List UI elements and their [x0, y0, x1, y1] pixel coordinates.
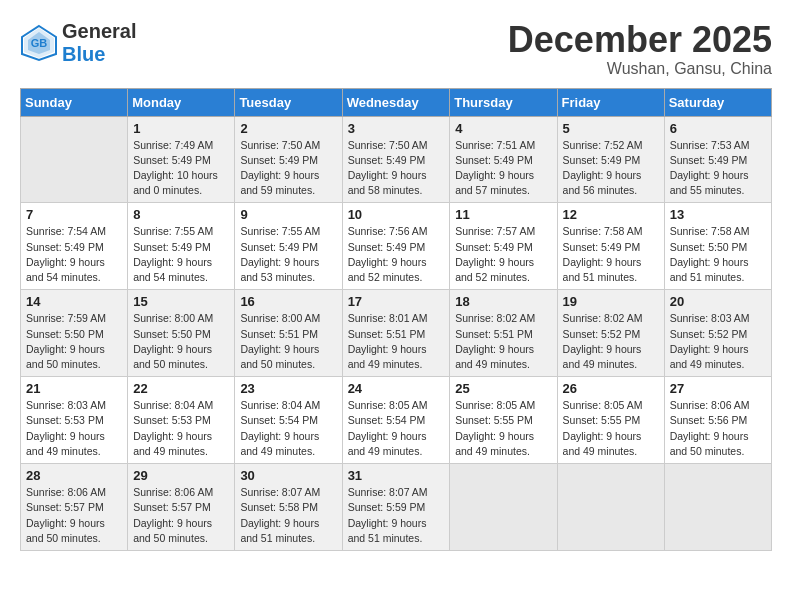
day-number: 4 [455, 121, 551, 136]
logo-blue: Blue [62, 43, 136, 66]
calendar-cell: 11Sunrise: 7:57 AMSunset: 5:49 PMDayligh… [450, 203, 557, 290]
day-info: Sunrise: 8:03 AMSunset: 5:52 PMDaylight:… [670, 311, 766, 372]
day-number: 7 [26, 207, 122, 222]
day-number: 16 [240, 294, 336, 309]
title-block: December 2025 Wushan, Gansu, China [508, 20, 772, 78]
calendar-cell: 9Sunrise: 7:55 AMSunset: 5:49 PMDaylight… [235, 203, 342, 290]
day-info: Sunrise: 7:53 AMSunset: 5:49 PMDaylight:… [670, 138, 766, 199]
day-number: 19 [563, 294, 659, 309]
day-info: Sunrise: 8:00 AMSunset: 5:50 PMDaylight:… [133, 311, 229, 372]
day-number: 9 [240, 207, 336, 222]
day-info: Sunrise: 8:05 AMSunset: 5:55 PMDaylight:… [563, 398, 659, 459]
day-info: Sunrise: 7:50 AMSunset: 5:49 PMDaylight:… [348, 138, 445, 199]
day-number: 18 [455, 294, 551, 309]
calendar-week-row: 28Sunrise: 8:06 AMSunset: 5:57 PMDayligh… [21, 464, 772, 551]
calendar-cell: 19Sunrise: 8:02 AMSunset: 5:52 PMDayligh… [557, 290, 664, 377]
calendar-cell: 6Sunrise: 7:53 AMSunset: 5:49 PMDaylight… [664, 116, 771, 203]
day-info: Sunrise: 7:58 AMSunset: 5:49 PMDaylight:… [563, 224, 659, 285]
day-info: Sunrise: 8:04 AMSunset: 5:53 PMDaylight:… [133, 398, 229, 459]
day-info: Sunrise: 7:49 AMSunset: 5:49 PMDaylight:… [133, 138, 229, 199]
day-number: 6 [670, 121, 766, 136]
day-info: Sunrise: 7:57 AMSunset: 5:49 PMDaylight:… [455, 224, 551, 285]
day-number: 17 [348, 294, 445, 309]
day-info: Sunrise: 8:06 AMSunset: 5:57 PMDaylight:… [133, 485, 229, 546]
day-number: 14 [26, 294, 122, 309]
calendar-cell: 17Sunrise: 8:01 AMSunset: 5:51 PMDayligh… [342, 290, 450, 377]
day-info: Sunrise: 7:51 AMSunset: 5:49 PMDaylight:… [455, 138, 551, 199]
day-number: 23 [240, 381, 336, 396]
day-info: Sunrise: 8:07 AMSunset: 5:58 PMDaylight:… [240, 485, 336, 546]
calendar-header-row: SundayMondayTuesdayWednesdayThursdayFrid… [21, 88, 772, 116]
calendar-cell: 7Sunrise: 7:54 AMSunset: 5:49 PMDaylight… [21, 203, 128, 290]
calendar-cell: 22Sunrise: 8:04 AMSunset: 5:53 PMDayligh… [128, 377, 235, 464]
day-info: Sunrise: 8:02 AMSunset: 5:51 PMDaylight:… [455, 311, 551, 372]
day-info: Sunrise: 7:55 AMSunset: 5:49 PMDaylight:… [133, 224, 229, 285]
day-info: Sunrise: 7:59 AMSunset: 5:50 PMDaylight:… [26, 311, 122, 372]
calendar-cell: 3Sunrise: 7:50 AMSunset: 5:49 PMDaylight… [342, 116, 450, 203]
calendar-cell: 4Sunrise: 7:51 AMSunset: 5:49 PMDaylight… [450, 116, 557, 203]
day-number: 20 [670, 294, 766, 309]
month-title: December 2025 [508, 20, 772, 60]
day-info: Sunrise: 7:50 AMSunset: 5:49 PMDaylight:… [240, 138, 336, 199]
calendar-cell: 21Sunrise: 8:03 AMSunset: 5:53 PMDayligh… [21, 377, 128, 464]
calendar-cell [664, 464, 771, 551]
calendar-cell: 29Sunrise: 8:06 AMSunset: 5:57 PMDayligh… [128, 464, 235, 551]
calendar-cell: 13Sunrise: 7:58 AMSunset: 5:50 PMDayligh… [664, 203, 771, 290]
calendar-cell: 2Sunrise: 7:50 AMSunset: 5:49 PMDaylight… [235, 116, 342, 203]
calendar-week-row: 1Sunrise: 7:49 AMSunset: 5:49 PMDaylight… [21, 116, 772, 203]
calendar-cell: 20Sunrise: 8:03 AMSunset: 5:52 PMDayligh… [664, 290, 771, 377]
calendar-table: SundayMondayTuesdayWednesdayThursdayFrid… [20, 88, 772, 551]
calendar-cell: 31Sunrise: 8:07 AMSunset: 5:59 PMDayligh… [342, 464, 450, 551]
calendar-week-row: 21Sunrise: 8:03 AMSunset: 5:53 PMDayligh… [21, 377, 772, 464]
day-number: 8 [133, 207, 229, 222]
day-number: 27 [670, 381, 766, 396]
day-info: Sunrise: 8:06 AMSunset: 5:56 PMDaylight:… [670, 398, 766, 459]
day-number: 22 [133, 381, 229, 396]
day-info: Sunrise: 8:04 AMSunset: 5:54 PMDaylight:… [240, 398, 336, 459]
calendar-cell [21, 116, 128, 203]
day-header-saturday: Saturday [664, 88, 771, 116]
day-header-thursday: Thursday [450, 88, 557, 116]
day-info: Sunrise: 8:05 AMSunset: 5:55 PMDaylight:… [455, 398, 551, 459]
day-header-wednesday: Wednesday [342, 88, 450, 116]
calendar-cell: 23Sunrise: 8:04 AMSunset: 5:54 PMDayligh… [235, 377, 342, 464]
calendar-cell: 16Sunrise: 8:00 AMSunset: 5:51 PMDayligh… [235, 290, 342, 377]
day-number: 1 [133, 121, 229, 136]
day-header-sunday: Sunday [21, 88, 128, 116]
location-title: Wushan, Gansu, China [508, 60, 772, 78]
day-number: 2 [240, 121, 336, 136]
calendar-cell: 28Sunrise: 8:06 AMSunset: 5:57 PMDayligh… [21, 464, 128, 551]
calendar-cell: 12Sunrise: 7:58 AMSunset: 5:49 PMDayligh… [557, 203, 664, 290]
day-info: Sunrise: 7:56 AMSunset: 5:49 PMDaylight:… [348, 224, 445, 285]
calendar-cell: 5Sunrise: 7:52 AMSunset: 5:49 PMDaylight… [557, 116, 664, 203]
calendar-cell: 27Sunrise: 8:06 AMSunset: 5:56 PMDayligh… [664, 377, 771, 464]
logo: GB General Blue [20, 20, 136, 66]
page-header: GB General Blue December 2025 Wushan, Ga… [20, 20, 772, 78]
day-number: 30 [240, 468, 336, 483]
calendar-cell [557, 464, 664, 551]
day-info: Sunrise: 8:05 AMSunset: 5:54 PMDaylight:… [348, 398, 445, 459]
day-info: Sunrise: 8:06 AMSunset: 5:57 PMDaylight:… [26, 485, 122, 546]
day-number: 3 [348, 121, 445, 136]
calendar-cell: 26Sunrise: 8:05 AMSunset: 5:55 PMDayligh… [557, 377, 664, 464]
day-info: Sunrise: 7:58 AMSunset: 5:50 PMDaylight:… [670, 224, 766, 285]
day-number: 5 [563, 121, 659, 136]
svg-text:GB: GB [31, 37, 48, 49]
calendar-cell: 30Sunrise: 8:07 AMSunset: 5:58 PMDayligh… [235, 464, 342, 551]
day-number: 10 [348, 207, 445, 222]
day-number: 12 [563, 207, 659, 222]
calendar-cell: 1Sunrise: 7:49 AMSunset: 5:49 PMDaylight… [128, 116, 235, 203]
day-number: 29 [133, 468, 229, 483]
day-info: Sunrise: 8:07 AMSunset: 5:59 PMDaylight:… [348, 485, 445, 546]
day-number: 24 [348, 381, 445, 396]
calendar-week-row: 7Sunrise: 7:54 AMSunset: 5:49 PMDaylight… [21, 203, 772, 290]
day-number: 15 [133, 294, 229, 309]
day-info: Sunrise: 8:02 AMSunset: 5:52 PMDaylight:… [563, 311, 659, 372]
day-info: Sunrise: 8:01 AMSunset: 5:51 PMDaylight:… [348, 311, 445, 372]
day-number: 31 [348, 468, 445, 483]
logo-icon: GB [20, 24, 58, 62]
calendar-cell: 25Sunrise: 8:05 AMSunset: 5:55 PMDayligh… [450, 377, 557, 464]
day-header-monday: Monday [128, 88, 235, 116]
day-info: Sunrise: 7:52 AMSunset: 5:49 PMDaylight:… [563, 138, 659, 199]
day-number: 28 [26, 468, 122, 483]
